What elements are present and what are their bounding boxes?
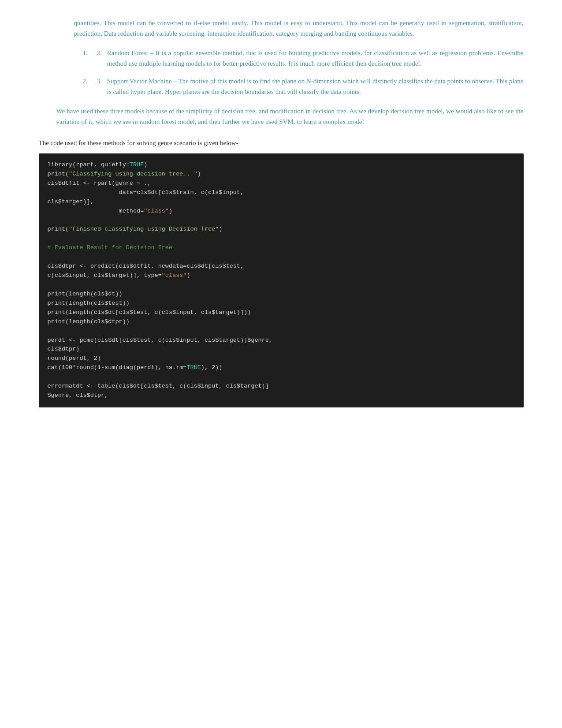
summary-paragraph: We have used these three models because … xyxy=(39,106,524,127)
page-content: quantities. This model can be converted … xyxy=(39,18,524,407)
list-item-number: 2. xyxy=(97,48,102,69)
list-item: 3. Support Vector Machine – The motive o… xyxy=(83,76,524,97)
list-item-number: 3. xyxy=(97,76,102,97)
summary-text: We have used these three models because … xyxy=(56,108,524,125)
code-block: library(rpart, quietly=TRUE) print("Clas… xyxy=(39,153,524,407)
list-item-text: Random Forest – It is a popular ensemble… xyxy=(107,48,524,69)
intro-paragraph: quantities. This model can be converted … xyxy=(39,18,524,39)
list-item-text: Support Vector Machine – The motive of t… xyxy=(107,76,524,97)
list-item: 2. Random Forest – It is a popular ensem… xyxy=(83,48,524,69)
intro-text: quantities. This model can be converted … xyxy=(74,19,524,37)
code-caption: The code used for these methods for solv… xyxy=(39,138,524,148)
numbered-list: 2. Random Forest – It is a popular ensem… xyxy=(39,48,524,97)
